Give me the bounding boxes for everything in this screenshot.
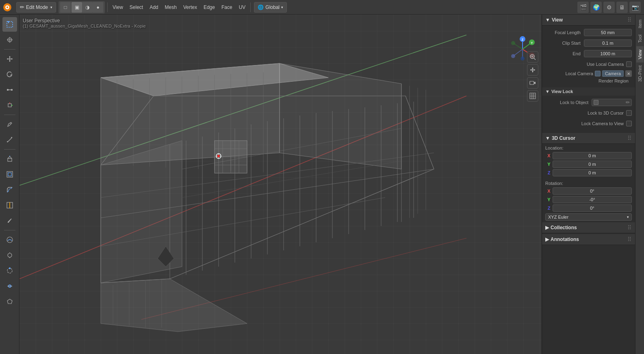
zoom-in-btn[interactable] xyxy=(527,51,538,63)
loop-cut-tool[interactable] xyxy=(2,198,17,213)
tool-separator-3 xyxy=(4,149,15,150)
lock-object-edit-icon[interactable]: ✏ xyxy=(626,100,630,105)
transform-orientation[interactable]: 🌐 Global ▾ xyxy=(254,2,287,13)
svg-rect-112 xyxy=(530,93,536,99)
render-icon[interactable]: 📷 xyxy=(629,2,641,13)
lock-object-square xyxy=(594,100,598,105)
tab-view[interactable]: View xyxy=(636,46,644,63)
select-box-tool[interactable] xyxy=(2,17,17,32)
knife-tool[interactable] xyxy=(2,213,17,228)
cursor-rx-value[interactable]: 0° xyxy=(553,187,632,195)
cursor-tool[interactable] xyxy=(2,33,17,47)
clip-end-row: End 1000 m xyxy=(545,49,632,58)
solid-icon[interactable]: ▣ xyxy=(72,2,82,13)
inset-tool[interactable] xyxy=(2,167,17,182)
menu-edge[interactable]: Edge xyxy=(200,0,218,15)
scale-tool[interactable] xyxy=(2,83,17,97)
transform-tool[interactable] xyxy=(2,98,17,113)
rotation-label: Rotation: xyxy=(545,181,632,186)
spin-tool[interactable] xyxy=(2,263,17,278)
tool-separator-1 xyxy=(4,49,15,50)
wireframe-icon[interactable]: □ xyxy=(60,2,71,13)
use-local-camera-checkbox[interactable] xyxy=(626,61,632,67)
cursor-rz-row: Z 0° xyxy=(545,204,632,212)
rotate-tool[interactable] xyxy=(2,67,17,82)
focal-length-value[interactable]: 50 mm xyxy=(584,29,632,36)
view-lock-header[interactable]: ▼ View Lock xyxy=(542,87,635,96)
cursor-x-value[interactable]: 0 m xyxy=(553,152,632,159)
euler-dropdown[interactable]: XYZ Euler ▾ xyxy=(545,213,632,221)
menu-add[interactable]: Add xyxy=(146,0,161,15)
svg-point-2 xyxy=(7,6,8,8)
annotations-header[interactable]: ▶ Annotations ⠿ xyxy=(542,234,635,245)
material-icon[interactable]: ◑ xyxy=(82,2,93,13)
cursor-z-value[interactable]: 0 m xyxy=(553,169,632,176)
menu-face[interactable]: Face xyxy=(218,0,236,15)
lock-to-object-label: Lock to Object xyxy=(545,100,592,105)
scene-icon[interactable]: 🎬 xyxy=(577,2,589,13)
poly-build-tool[interactable] xyxy=(2,294,17,309)
annotations-title: Annotations xyxy=(551,237,579,242)
clip-end-value[interactable]: 1000 m xyxy=(584,50,632,57)
menu-mesh[interactable]: Mesh xyxy=(162,0,180,15)
bevel-tool[interactable] xyxy=(2,182,17,197)
rendered-icon[interactable]: ● xyxy=(93,2,103,13)
menu-view[interactable]: View xyxy=(109,0,126,15)
camera-value[interactable]: Camera xyxy=(602,70,624,77)
svg-line-34 xyxy=(141,238,466,319)
smooth-tool[interactable] xyxy=(2,232,17,247)
lock-camera-view-checkbox[interactable] xyxy=(626,121,632,126)
local-camera-checkbox[interactable] xyxy=(595,71,601,76)
euler-chevron: ▾ xyxy=(627,215,629,219)
camera-remove-btn[interactable]: ✕ xyxy=(625,70,632,77)
menu-vertex[interactable]: Vertex xyxy=(180,0,200,15)
tab-tool[interactable]: Tool xyxy=(636,31,644,46)
cursor-z-row: Z 0 m xyxy=(545,169,632,176)
tab-item[interactable]: Item xyxy=(636,16,644,31)
focal-length-label: Focal Length xyxy=(545,30,584,35)
measure-tool[interactable] xyxy=(2,132,17,147)
cursor-y-value[interactable]: 0 m xyxy=(553,161,632,168)
cursor-y-row: Y 0 m xyxy=(545,161,632,168)
svg-rect-3 xyxy=(7,22,13,27)
edge-slide-tool[interactable] xyxy=(2,279,17,293)
tab-3dprint[interactable]: 3D-Print xyxy=(636,62,644,85)
local-camera-label: Local Camera xyxy=(565,71,593,76)
collections-header[interactable]: ▶ Collections ⠿ xyxy=(542,222,635,233)
object-name: (1) GESAMT_aussen_GigaMesh_CLEANED_NoExt… xyxy=(23,24,146,28)
viewport[interactable]: User Perspective (1) GESAMT_aussen_GigaM… xyxy=(20,15,542,354)
cursor-dots: ⠿ xyxy=(627,135,632,141)
svg-marker-36 xyxy=(280,63,401,169)
svg-marker-31 xyxy=(7,299,12,304)
camera-btn[interactable] xyxy=(527,77,538,89)
cursor-ry-row: Y -0° xyxy=(545,196,632,203)
cursor-ry-value[interactable]: -0° xyxy=(553,196,632,203)
cursor-3d-header[interactable]: ▼ 3D Cursor ⠿ xyxy=(542,133,635,144)
extrude-tool[interactable] xyxy=(2,152,17,166)
move-tool[interactable] xyxy=(2,52,17,66)
mode-selector[interactable]: ✏ Edit Mode ▾ xyxy=(16,2,56,13)
tool-separator-4 xyxy=(4,230,15,230)
lock-3d-cursor-label: Lock to 3D Cursor xyxy=(588,111,624,115)
lock-to-object-value[interactable]: ✏ xyxy=(592,99,632,106)
shrink-fatten-tool[interactable] xyxy=(2,248,17,263)
output-icon[interactable]: 🖥 xyxy=(616,2,628,13)
view-section-header[interactable]: ▼ View ⠿ xyxy=(542,15,635,26)
cursor-rx-label: X xyxy=(545,189,553,193)
menu-select[interactable]: Select xyxy=(126,0,146,15)
left-toolbar xyxy=(0,15,20,354)
cursor-rz-value[interactable]: 0° xyxy=(553,204,632,212)
lock-3d-cursor-checkbox[interactable] xyxy=(626,110,632,116)
grid-btn[interactable] xyxy=(527,90,538,102)
settings-icon[interactable]: ⚙ xyxy=(603,2,615,13)
svg-point-90 xyxy=(217,155,220,157)
annotations-dots: ⠿ xyxy=(627,236,632,243)
blender-logo[interactable] xyxy=(0,0,15,15)
menu-uv[interactable]: UV xyxy=(236,0,249,15)
annotate-tool[interactable] xyxy=(2,117,17,132)
clip-start-value[interactable]: 0.1 m xyxy=(584,39,632,47)
world-icon[interactable]: 🌍 xyxy=(590,2,602,13)
pan-btn[interactable] xyxy=(527,64,538,76)
svg-line-66 xyxy=(101,169,434,218)
svg-rect-9 xyxy=(11,89,13,91)
